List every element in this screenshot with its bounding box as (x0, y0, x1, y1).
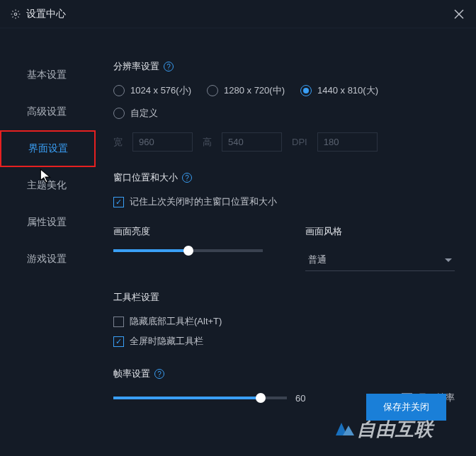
sidebar-item-interface[interactable]: 界面设置 (0, 130, 96, 167)
sidebar-item-property[interactable]: 属性设置 (0, 204, 96, 241)
resolution-title: 分辨率设置 ? (113, 60, 455, 73)
width-input[interactable] (132, 132, 193, 152)
dpi-label: DPI (292, 137, 307, 147)
brightness-title: 画面亮度 (113, 225, 263, 238)
svg-point-0 (14, 13, 17, 16)
height-label: 高 (203, 136, 212, 149)
radio-custom[interactable]: 自定义 (113, 107, 158, 120)
watermark-logo-icon (336, 421, 354, 435)
close-button[interactable] (453, 8, 465, 21)
fps-title: 帧率设置 ? (113, 367, 455, 380)
hide-bottom-toolbar-checkbox[interactable]: 隐藏底部工具栏(Alt+T) (113, 315, 455, 328)
radio-1440[interactable]: 1440 x 810(大) (300, 84, 378, 97)
gear-icon (11, 9, 21, 19)
remember-window-checkbox[interactable]: 记住上次关闭时的主窗口位置和大小 (113, 195, 455, 208)
title-bar: 设置中心 (0, 0, 476, 28)
radio-1280[interactable]: 1280 x 720(中) (207, 84, 285, 97)
hide-fullscreen-toolbar-checkbox[interactable]: 全屏时隐藏工具栏 (113, 335, 455, 348)
help-icon[interactable]: ? (182, 173, 192, 183)
sidebar: 基本设置 高级设置 界面设置 主题美化 属性设置 游戏设置 (0, 28, 96, 456)
dpi-input[interactable] (317, 132, 378, 152)
sidebar-item-game[interactable]: 游戏设置 (0, 241, 96, 278)
resolution-radio-row: 1024 x 576(小) 1280 x 720(中) 1440 x 810(大… (113, 84, 455, 97)
window-title: 设置中心 (26, 8, 453, 21)
help-icon[interactable]: ? (154, 369, 164, 379)
brightness-slider[interactable] (113, 249, 263, 252)
window-title: 窗口位置和大小 ? (113, 171, 455, 184)
checkbox-icon (113, 336, 124, 347)
help-icon[interactable]: ? (164, 62, 174, 72)
checkbox-icon (113, 317, 124, 327)
watermark: 自由互联 (336, 417, 434, 442)
style-title: 画面风格 (305, 225, 455, 238)
fps-value: 60 (295, 393, 305, 404)
sidebar-item-theme[interactable]: 主题美化 (0, 167, 96, 204)
chevron-down-icon (445, 258, 452, 262)
height-input[interactable] (222, 132, 282, 152)
fps-slider[interactable] (113, 397, 287, 399)
sidebar-item-advanced[interactable]: 高级设置 (0, 93, 96, 130)
width-label: 宽 (113, 136, 123, 149)
radio-1024[interactable]: 1024 x 576(小) (113, 84, 191, 97)
toolbar-title: 工具栏设置 (113, 291, 455, 304)
custom-size-row: 宽 高 DPI (113, 132, 455, 152)
content-panel: 分辨率设置 ? 1024 x 576(小) 1280 x 720(中) 1440… (96, 28, 476, 456)
style-select[interactable]: 普通 (305, 249, 455, 271)
checkbox-icon (113, 197, 124, 207)
sidebar-item-basic[interactable]: 基本设置 (0, 57, 96, 93)
